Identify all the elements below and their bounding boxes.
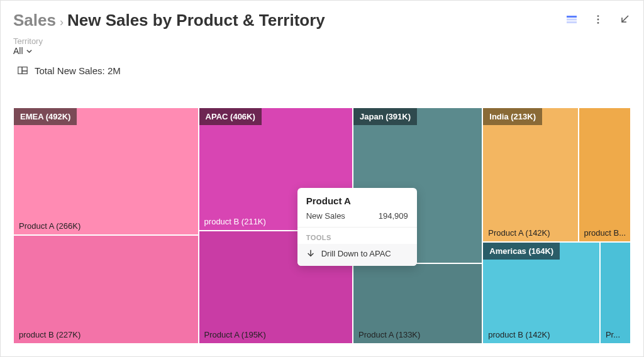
svg-rect-2 (567, 21, 577, 23)
breadcrumb-root[interactable]: Sales (13, 11, 56, 30)
treemap-cell-japan-a[interactable]: Product A (133K) (353, 263, 482, 344)
table-view-icon[interactable] (565, 13, 578, 26)
dashboard-card: Sales › New Sales by Product & Territory… (0, 0, 644, 357)
svg-point-3 (597, 15, 599, 17)
tooltip-tools-label: TOOLS (297, 228, 417, 244)
tooltip-metric-value: 194,909 (379, 211, 408, 221)
svg-rect-8 (22, 71, 27, 74)
cell-label: Product A (195K) (204, 330, 350, 339)
group-badge-emea: EMEA (492K) (14, 108, 77, 125)
filter-label: Territory (13, 36, 631, 46)
tooltip-title: Product A (297, 188, 417, 209)
group-badge-americas: Americas (164K) (483, 243, 560, 260)
drill-down-label: Drill Down to APAC (321, 249, 391, 258)
cell-label: Pr... (606, 330, 628, 339)
cell-label: product B (142K) (488, 330, 597, 339)
page-title: New Sales by Product & Territory (67, 11, 325, 30)
chevron-down-icon (26, 48, 33, 55)
total-text: Total New Sales: 2M (35, 65, 121, 76)
title-block: Sales › New Sales by Product & Territory (13, 11, 325, 30)
header-actions (565, 11, 631, 26)
svg-point-4 (597, 19, 599, 21)
treemap-cell-americas-a[interactable]: Pr... (600, 242, 631, 344)
total-row: Total New Sales: 2M (13, 65, 631, 76)
treemap-chart: EMEA (492K) Product A (266K) product B (… (13, 107, 631, 344)
treemap-cell-india-b[interactable]: product B... (579, 107, 631, 242)
svg-rect-7 (22, 67, 27, 71)
more-menu-icon[interactable] (592, 13, 604, 26)
cell-label: product B (227K) (19, 330, 196, 339)
svg-rect-1 (567, 19, 577, 21)
treemap-cell-emea-b[interactable]: product B (227K) (13, 235, 199, 344)
collapse-icon[interactable] (618, 13, 631, 26)
drill-down-button[interactable]: Drill Down to APAC (297, 244, 417, 266)
cell-label: product B... (584, 228, 628, 238)
treemap-cell-americas-b[interactable]: Americas (164K) product B (142K) (482, 242, 600, 344)
header: Sales › New Sales by Product & Territory (13, 11, 631, 30)
svg-point-5 (597, 22, 599, 24)
cell-label: Product A (133K) (358, 330, 479, 339)
treemap-cell-india-a[interactable]: India (213K) Product A (142K) (482, 107, 578, 242)
tooltip-metric-label: New Sales (306, 211, 345, 221)
group-badge-apac: APAC (406K) (199, 108, 262, 125)
filter-value-text: All (13, 46, 23, 56)
treemap-cell-emea-a[interactable]: EMEA (492K) Product A (266K) (13, 107, 199, 235)
tooltip-metric-row: New Sales 194,909 (297, 209, 417, 227)
cell-label: Product A (142K) (488, 228, 575, 238)
svg-rect-6 (18, 67, 22, 74)
tooltip: Product A New Sales 194,909 TOOLS Drill … (297, 188, 417, 266)
treemap-icon (17, 65, 28, 76)
filter-dropdown[interactable]: All (13, 46, 631, 56)
group-badge-japan: Japan (391K) (353, 108, 417, 125)
group-badge-india: India (213K) (483, 108, 542, 125)
chevron-right-icon: › (60, 16, 64, 29)
arrow-down-icon (306, 249, 315, 258)
cell-label: Product A (266K) (19, 221, 196, 231)
filter-row: Territory All (13, 36, 631, 56)
svg-rect-0 (567, 16, 577, 18)
